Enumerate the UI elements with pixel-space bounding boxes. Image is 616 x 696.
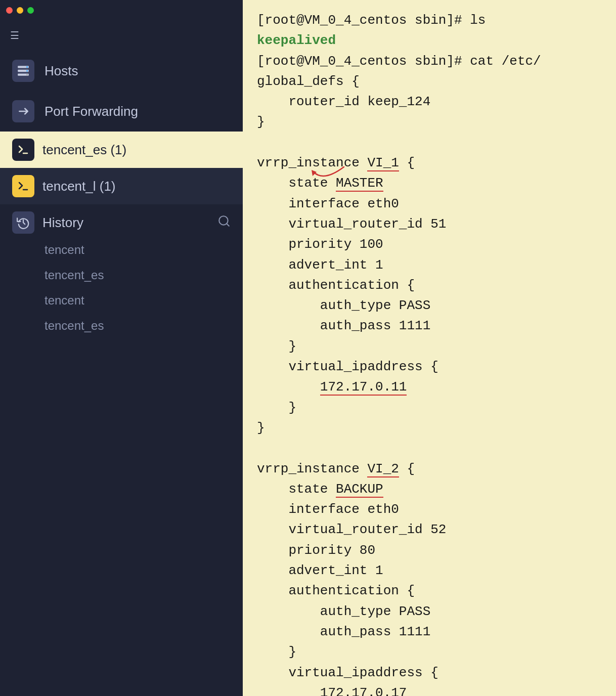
term-line-iface1: interface eth0 [257,194,602,214]
squiggle-vi2: VI_2 [367,461,399,477]
squiggle-ip2: 172.17.0.17 [320,685,407,696]
session-tencent-l-label: tencent_l (1) [42,179,116,194]
history-title: History [42,215,83,231]
session-tencent-es-label: tencent_es (1) [42,142,126,158]
history-item-1[interactable]: tencent_es [42,264,231,286]
terminal-icon-active [12,139,34,161]
term-line-advert2: advert_int 1 [257,560,602,581]
term-prompt-0: [root@VM_0_4_centos sbin]# ls [257,13,486,28]
term-line-vip1-close: } [257,398,602,418]
term-line-auth2-close: } [257,642,602,662]
term-line-auth1-open: authentication { [257,275,602,295]
term-line-3: global_defs { [257,71,602,92]
term-line-blank-2 [257,438,602,458]
term-line-state2: state BACKUP [257,479,602,499]
history-item-3[interactable]: tencent_es [42,315,231,337]
terminal-wrapper: [root@VM_0_4_centos sbin]# ls keepalived… [243,0,616,696]
squiggle-backup: BACKUP [336,482,383,498]
history-header: History [12,211,231,234]
term-line-auth1-type: auth_type PASS [257,295,602,316]
term-prompt-1: [root@VM_0_4_centos sbin]# cat /etc/ [257,54,541,69]
squiggle-master: MASTER [336,176,383,192]
term-line-vrrp1-close: } [257,418,602,438]
history-item-2[interactable]: tencent [42,289,231,312]
term-line-vrrp2: vrrp_instance VI_2 { [257,459,602,479]
history-icon [12,211,34,234]
minimize-button[interactable] [17,7,23,14]
term-line-vip1-addr: 172.17.0.11 [257,377,602,397]
term-line-auth2-type: auth_type PASS [257,601,602,622]
terminal-output[interactable]: [root@VM_0_4_centos sbin]# ls keepalived… [243,0,616,696]
term-line-4: router_id keep_124 [257,92,602,112]
term-keepalived: keepalived [257,33,336,48]
term-line-state1: state MASTER [257,173,602,193]
history-item-0[interactable]: tencent [42,239,231,261]
term-line-vrrp1: vrrp_instance VI_1 { [257,153,602,173]
svg-line-9 [227,224,229,226]
port-forwarding-label: Port Forwarding [45,104,138,119]
squiggle-ip1: 172.17.0.11 [320,379,407,396]
history-items-list: tencent tencent_es tencent tencent_es [12,239,231,337]
squiggle-vi1: VI_1 [367,155,399,171]
term-line-vrid2: virtual_router_id 52 [257,519,602,540]
sidebar: ☰ Hosts Port Forwarding [0,0,243,696]
svg-point-4 [26,70,28,71]
history-search-button[interactable] [217,214,231,231]
session-tencent-l[interactable]: tencent_l (1) [0,168,243,204]
close-button[interactable] [6,7,13,14]
term-line-0: [root@VM_0_4_centos sbin]# ls [257,10,602,30]
hamburger-icon: ☰ [10,30,19,41]
term-line-iface2: interface eth0 [257,499,602,519]
hosts-label: Hosts [45,63,78,79]
port-forwarding-icon [12,100,34,122]
svg-point-5 [26,74,28,75]
sidebar-item-port-forwarding[interactable]: Port Forwarding [0,91,243,132]
terminal-icon-secondary [12,175,34,197]
maximize-button[interactable] [27,7,34,14]
term-line-vrid1: virtual_router_id 51 [257,214,602,234]
titlebar [0,0,243,20]
menu-icon[interactable]: ☰ [0,20,243,51]
term-line-5: } [257,112,602,132]
history-section: History tencent tencent_es tencent tence… [0,204,243,344]
sidebar-item-hosts[interactable]: Hosts [0,51,243,91]
term-line-1: keepalived [257,30,602,51]
history-label-row: History [12,211,83,234]
svg-point-3 [26,66,28,68]
term-line-auth2-pass: auth_pass 1111 [257,622,602,642]
term-line-advert1: advert_int 1 [257,255,602,275]
term-line-prio2: priority 80 [257,540,602,560]
term-line-vip1-open: virtual_ipaddress { [257,357,602,377]
term-line-vip2-addr: 172.17.0.17 [257,683,602,696]
hosts-icon [12,60,34,82]
term-line-vip2-open: virtual_ipaddress { [257,663,602,683]
term-line-auth1-pass: auth_pass 1111 [257,316,602,336]
term-line-2: [root@VM_0_4_centos sbin]# cat /etc/ [257,51,602,71]
session-tencent-es[interactable]: tencent_es (1) [0,132,243,168]
term-line-auth2-open: authentication { [257,581,602,601]
term-line-prio1: priority 100 [257,234,602,254]
term-line-auth1-close: } [257,336,602,357]
term-line-blank-1 [257,133,602,153]
